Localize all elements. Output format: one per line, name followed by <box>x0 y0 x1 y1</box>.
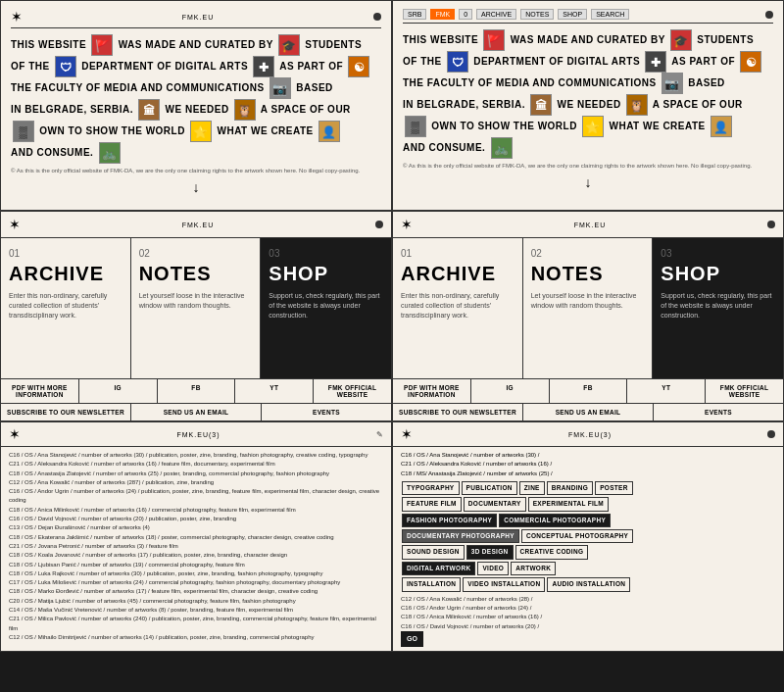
inline-img-belgrade: 🏛 <box>138 99 160 121</box>
list-item: C12 / OS / Mihailo Dimitrijević / number… <box>9 633 383 642</box>
tag-item[interactable]: BRANDING <box>547 481 593 495</box>
list-item: C16 / OS / David Vojnović / number of ar… <box>9 515 383 523</box>
archive-right-dot <box>767 221 775 228</box>
list-left-edit[interactable]: ✎ <box>376 430 383 439</box>
bottom-pdf-left[interactable]: PDF WITH MORE INFORMATION <box>1 379 79 403</box>
inline-img-photo-r: 📷 <box>662 73 683 94</box>
archive-right-panel: ✶ FMK.EU 01 ARCHIVE Enter this non-ordin… <box>392 211 784 421</box>
tag-item[interactable]: ARTWORK <box>511 562 556 575</box>
tag-row: FEATURE FILMDOCUMENTARYEXPERIMENTAL FILM <box>401 496 775 512</box>
inline-img-belgrade-r: 🏛 <box>530 94 552 116</box>
tag-item[interactable]: VIDEO INSTALLATION <box>463 577 545 591</box>
intro-left-topbar: ✶ FMK.EU <box>11 9 381 28</box>
tag-item[interactable]: INSTALLATION <box>402 577 461 591</box>
inline-img-texture: ▒ <box>13 121 34 142</box>
bottom-fmk-left[interactable]: FMK OFFICIAL WEBSITE <box>314 379 391 403</box>
bottom-subscribe-left[interactable]: SUBSCRIBE TO OUR NEWSLETTER <box>1 404 131 420</box>
list-item: C12 / OS / Ana Kowalić / number of artwo… <box>401 595 775 604</box>
tag-item[interactable]: EXPERIMENTAL FILM <box>528 497 609 511</box>
list-item-partial: C21 / OS / Aleksandra Koković / number o… <box>401 461 552 467</box>
intro-right-arrow: ↓ <box>403 174 773 190</box>
intro-right-panel: SRB FMK 0 ARCHIVE NOTES SHOP SEARCH THIS… <box>392 0 784 211</box>
tag-row: TYPOGRAPHYPUBLICATIONZINEBRANDINGPOSTER <box>401 480 775 496</box>
section-desc-notes-left: Let yourself loose in the interactive wi… <box>139 291 253 311</box>
bottom-ig-left[interactable]: IG <box>79 379 158 403</box>
tag-item[interactable]: SOUND DESIGN <box>402 545 465 559</box>
archive-left-bottom-bar: PDF WITH MORE INFORMATION IG FB YT FMK O… <box>1 378 391 403</box>
section-num-03-right: 03 <box>661 248 775 259</box>
section-title-shop-left: SHOP <box>269 263 383 285</box>
list-item: C20 / OS / Matija Ljubić / number of art… <box>9 597 383 606</box>
tag-item[interactable]: AUDIO INSTALLATION <box>547 577 630 591</box>
tag-item[interactable]: CONCEPTUAL PHOTOGRAPHY <box>521 529 633 543</box>
intro-right-nav[interactable]: SRB FMK 0 ARCHIVE NOTES SHOP SEARCH <box>403 9 629 20</box>
tag-item[interactable]: ZINE <box>519 481 545 495</box>
list-item: C14 / OS / Maša Vučinić Vretenović / num… <box>9 606 383 615</box>
inline-img-flag: 🚩 <box>91 34 113 56</box>
nav-shop[interactable]: SHOP <box>558 9 587 20</box>
bottom-email-left[interactable]: SEND US AN EMAIL <box>131 404 262 420</box>
list-item: C21 / OS / Jovana Petronić / number of a… <box>9 542 383 551</box>
bottom-events-right[interactable]: EVENTS <box>654 404 783 420</box>
intro-right-footnote: © As this is the only official website o… <box>403 163 773 171</box>
tag-row: DOCUMENTARY PHOTOGRAPHYCONCEPTUAL PHOTOG… <box>401 528 775 544</box>
section-title-archive-right: ARCHIVE <box>401 263 514 285</box>
tag-item[interactable]: FASHION PHOTOGRAPHY <box>402 514 497 527</box>
nav-baggy[interactable]: 0 <box>459 9 472 20</box>
bottom-fb-right[interactable]: FB <box>550 379 628 403</box>
list-item: C18 / OS / Anastasija Zlatojević / numbe… <box>9 470 383 478</box>
tag-item[interactable]: POSTER <box>595 481 633 495</box>
intro-left-url: FMK.EU <box>182 14 214 21</box>
section-num-01-left: 01 <box>9 248 122 259</box>
tag-item[interactable]: DOCUMENTARY PHOTOGRAPHY <box>402 529 519 543</box>
inline-img-owl: 🦉 <box>234 99 256 121</box>
section-shop-right: 03 SHOP Support us, check regularly, thi… <box>653 238 783 378</box>
list-right-topbar: ✶ FMK.EU(3) <box>393 422 783 447</box>
list-left-logo: ✶ <box>9 426 21 442</box>
tag-item[interactable]: DOCUMENTARY <box>464 497 526 511</box>
bottom-yt-left[interactable]: YT <box>235 379 314 403</box>
tag-item[interactable]: FEATURE FILM <box>402 497 462 511</box>
list-right-logo: ✶ <box>401 426 413 442</box>
list-item: C18 / OS / Ekaterana Jakšimić / number o… <box>9 533 383 542</box>
bottom-yt-right[interactable]: YT <box>627 379 706 403</box>
inline-img-face-r: 👤 <box>710 116 732 137</box>
tag-item[interactable]: PUBLICATION <box>462 481 517 495</box>
inline-img-symbol: ☯ <box>348 56 369 77</box>
tag-item[interactable]: DIGITAL ARTWORK <box>402 562 475 575</box>
inline-img-cross-r: ✚ <box>645 51 666 73</box>
nav-srb[interactable]: SRB <box>403 9 426 20</box>
archive-left-bottom-bar2: SUBSCRIBE TO OUR NEWSLETTER SEND US AN E… <box>1 403 391 420</box>
bottom-email-right[interactable]: SEND US AN EMAIL <box>523 404 654 420</box>
bottom-subscribe-right[interactable]: SUBSCRIBE TO OUR NEWSLETTER <box>393 404 523 420</box>
bottom-events-left[interactable]: EVENTS <box>262 404 391 420</box>
intro-left-panel: ✶ FMK.EU THIS WEBSITE 🚩 WAS MADE AND CUR… <box>0 0 392 211</box>
tag-item[interactable]: 3D DESIGN <box>466 545 514 559</box>
go-button[interactable]: GO <box>401 631 423 648</box>
archive-right-sections: 01 ARCHIVE Enter this non-ordinary, care… <box>393 238 783 378</box>
section-title-notes-right: NOTES <box>531 263 645 285</box>
nav-search[interactable]: SEARCH <box>591 9 629 20</box>
bottom-pdf-right[interactable]: PDF WITH MORE INFORMATION <box>393 379 471 403</box>
inline-img-shield-r: 🛡 <box>447 51 468 73</box>
inline-img-symbol-r: ☯ <box>740 51 761 73</box>
tag-item[interactable]: VIDEO <box>477 562 509 575</box>
nav-notes[interactable]: NOTES <box>520 9 554 20</box>
inline-img-cross: ✚ <box>253 56 274 77</box>
list-item: C21 / OS / Milica Pavlović / number of a… <box>9 615 383 633</box>
list-item: C18 / OS / Anica Milinković / number of … <box>9 506 383 515</box>
nav-fmk[interactable]: FMK <box>430 9 455 20</box>
bottom-ig-right[interactable]: IG <box>471 379 550 403</box>
nav-archive[interactable]: ARCHIVE <box>476 9 516 20</box>
tag-item[interactable]: CREATIVE CODING <box>515 545 589 559</box>
inline-img-figure: 🎓 <box>278 34 300 56</box>
bottom-fmk-right[interactable]: FMK OFFICIAL WEBSITE <box>706 379 783 403</box>
section-title-archive-left: ARCHIVE <box>9 263 122 285</box>
tag-item[interactable]: TYPOGRAPHY <box>402 481 460 495</box>
list-left-panel: ✶ FMK.EU(3) ✎ C16 / OS / Ana Stanojević … <box>0 421 392 652</box>
tag-item[interactable]: COMMERCIAL PHOTOGRAPHY <box>499 514 611 527</box>
tag-row: INSTALLATIONVIDEO INSTALLATIONAUDIO INST… <box>401 576 775 592</box>
intro-right-text: THIS WEBSITE 🚩 WAS MADE AND CURATED BY 🎓… <box>403 29 773 159</box>
archive-left-dot <box>375 221 383 228</box>
bottom-fb-left[interactable]: FB <box>158 379 236 403</box>
